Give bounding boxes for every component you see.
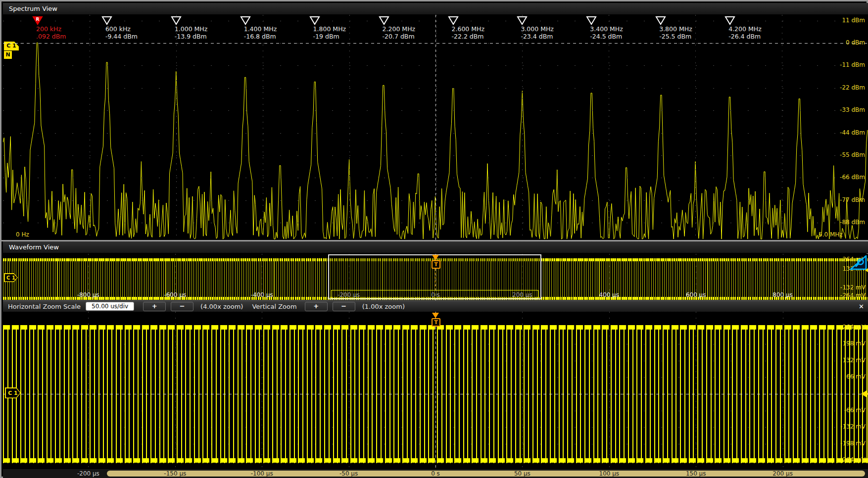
marker-level-label: .092 dBm <box>36 33 66 40</box>
spectrum-reference-level-line <box>3 43 868 44</box>
overview-channel-level-arrow-icon <box>865 268 868 273</box>
horizontal-zoom-readout: (4.00x zoom) <box>200 303 243 310</box>
horizontal-zoom-scrollbar[interactable] <box>107 471 865 477</box>
zoomed-level-label: 264 mV <box>842 324 866 331</box>
marker-level-label: -23.4 dBm <box>521 33 553 40</box>
trigger-marker-icon[interactable] <box>432 255 439 260</box>
overview-time-label: 600 µs <box>686 291 706 298</box>
spectrum-grid-line <box>695 15 696 240</box>
spectrum-titlebar: Spectrum View <box>3 3 868 15</box>
zoomed-center-time-line <box>435 312 436 469</box>
overview-time-label: -600 µs <box>164 291 186 298</box>
overview-channel-badge-inner: C 1 <box>5 274 17 282</box>
zoom-time-axis: -200 µs-150 µs-100 µs-50 µs0 s50 µs100 µ… <box>3 469 868 478</box>
peak-marker-icon[interactable] <box>101 16 112 25</box>
marker-frequency-label: 2.600 MHz <box>452 25 485 33</box>
zoom-magnifier-icon[interactable] <box>849 255 867 270</box>
spectrum-level-label: 0 dBm <box>846 39 865 46</box>
zoom-time-label: 100 µs <box>599 470 619 477</box>
zoom-time-label: 150 µs <box>686 470 706 477</box>
peak-marker-icon[interactable] <box>724 16 735 25</box>
marker-level-label: -22.2 dBm <box>452 33 484 40</box>
spectrum-grid-line <box>263 15 263 240</box>
trigger-position-badge[interactable]: T <box>432 260 440 269</box>
vertical-zoom-minus-button[interactable]: − <box>333 302 355 311</box>
marker-frequency-label: 1.800 MHz <box>313 25 346 33</box>
peak-marker-icon[interactable] <box>379 16 389 25</box>
spectrum-grid-line <box>609 15 609 240</box>
marker-level-label: -16.8 dBm <box>244 33 276 40</box>
overview-time-label: 400 µs <box>599 291 619 298</box>
marker-frequency-label: 3.800 MHz <box>659 25 692 33</box>
peak-marker-icon[interactable] <box>309 16 320 25</box>
zoom-region-vertical-range[interactable] <box>331 290 538 298</box>
spectrum-freq-start-label: 0 Hz <box>16 231 29 238</box>
waveform-overview-panel[interactable]: -800 µs-600 µs-400 µs-200 µs0 s200 µs400… <box>3 254 868 300</box>
spectrum-level-label: -11 dBm <box>840 61 865 68</box>
waveform-title: Waveform View <box>9 243 59 251</box>
spectrum-plot[interactable]: C 1 N 0 Hz 5.0 MHz 11 dBm0 dBm-11 dBm-22… <box>3 15 868 240</box>
marker-level-label: -26.4 dBm <box>728 33 761 40</box>
vertical-zoom-plus-button[interactable]: + <box>305 302 328 311</box>
zoomed-level-label: 132 mV <box>842 357 866 364</box>
zoomed-trigger-position-badge[interactable]: T <box>432 318 440 327</box>
zoomed-level-label: 198 mV <box>842 340 866 347</box>
marker-frequency-label: 2.200 MHz <box>383 25 416 33</box>
horizontal-zoom-minus-button[interactable]: − <box>171 302 193 311</box>
marker-frequency-label: 4.200 MHz <box>728 25 762 33</box>
peak-marker-icon[interactable] <box>448 16 459 25</box>
reference-marker-icon[interactable]: R <box>32 16 43 25</box>
marker-level-label: -25.5 dBm <box>659 33 691 40</box>
peak-marker-icon[interactable] <box>586 16 597 25</box>
zoomed-level-label: -264 mV <box>840 456 866 463</box>
peak-marker-icon[interactable] <box>240 16 251 25</box>
oscilloscope-window: Spectrum View C 1 N 0 Hz 5.0 MHz 11 dBm0… <box>0 0 868 478</box>
marker-level-label: -13.9 dBm <box>175 33 207 40</box>
spectrum-level-label: -33 dBm <box>840 106 865 113</box>
zoom-time-label: -50 µs <box>339 470 358 477</box>
spectrum-level-label: -44 dBm <box>840 129 865 136</box>
spectrum-center-frequency-line <box>435 15 436 240</box>
marker-level-label: -24.5 dBm <box>590 33 622 40</box>
spectrum-level-label: -66 dBm <box>840 174 865 181</box>
marker-frequency-label: 1.000 MHz <box>175 25 208 33</box>
zoomed-trigger-marker-icon[interactable] <box>432 313 439 318</box>
marker-frequency-label: 1.400 MHz <box>244 25 277 33</box>
zoom-time-label: 200 µs <box>772 470 793 477</box>
spectrum-freq-end-label: 5.0 MHz <box>819 231 843 238</box>
peak-marker-icon[interactable] <box>517 16 528 25</box>
marker-frequency-label: 200 kHz <box>36 25 61 33</box>
zoomed-level-label: 66 mV <box>846 373 866 380</box>
zoomed-channel-badge-inner: C 1 <box>6 388 20 398</box>
spectrum-grid-line <box>522 15 523 240</box>
zoom-time-label: -100 µs <box>251 470 273 477</box>
spectrum-level-label: 11 dBm <box>842 17 865 24</box>
spectrum-title: Spectrum View <box>9 5 57 12</box>
svg-text:R: R <box>36 17 40 22</box>
vertical-zoom-readout: (1.00x zoom) <box>362 303 405 310</box>
overview-time-label: 800 µs <box>772 291 793 298</box>
horizontal-zoom-scale-input[interactable]: 50.00 us/div <box>86 302 134 311</box>
waveform-titlebar: Waveform View <box>3 241 868 253</box>
peak-marker-icon[interactable] <box>655 16 666 25</box>
overview-level-label: -132 mV <box>840 284 866 291</box>
spectrum-level-label: -22 dBm <box>840 84 865 91</box>
marker-frequency-label: 600 kHz <box>105 25 131 33</box>
close-icon[interactable]: ✕ <box>859 303 864 310</box>
zoomed-waveform-panel[interactable]: 264 mV198 mV132 mV66 mV-66 mV-132 mV-198… <box>3 312 868 469</box>
zoom-time-label: -200 µs <box>77 470 99 477</box>
marker-frequency-label: 3.000 MHz <box>521 25 554 33</box>
zoom-time-label: -150 µs <box>164 470 186 477</box>
zoomed-level-label: -66 mV <box>844 407 866 414</box>
overview-time-label: -400 µs <box>251 291 273 298</box>
spectrum-grid-line <box>782 15 782 240</box>
marker-level-label: -20.7 dBm <box>383 33 415 40</box>
zoomed-level-label: -198 mV <box>840 440 866 447</box>
spectrum-level-label: -77 dBm <box>840 196 865 203</box>
spectrum-grid-line <box>90 15 90 240</box>
spectrum-grid-line <box>176 15 177 240</box>
peak-marker-icon[interactable] <box>171 16 182 25</box>
trigger-marker-line <box>435 269 435 289</box>
spectrum-grid-line <box>349 15 350 240</box>
horizontal-zoom-plus-button[interactable]: + <box>143 302 166 311</box>
